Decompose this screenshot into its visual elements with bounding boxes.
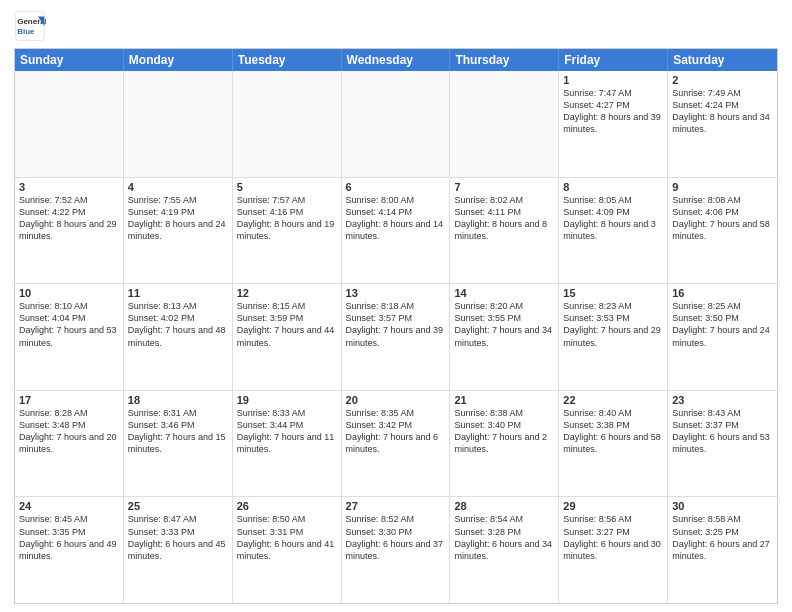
- day-number: 5: [237, 181, 337, 193]
- empty-cell: [233, 71, 342, 177]
- day-info: Sunrise: 8:13 AM Sunset: 4:02 PM Dayligh…: [128, 300, 228, 349]
- day-cell-21: 21Sunrise: 8:38 AM Sunset: 3:40 PM Dayli…: [450, 391, 559, 497]
- day-cell-13: 13Sunrise: 8:18 AM Sunset: 3:57 PM Dayli…: [342, 284, 451, 390]
- day-number: 17: [19, 394, 119, 406]
- day-info: Sunrise: 8:23 AM Sunset: 3:53 PM Dayligh…: [563, 300, 663, 349]
- day-number: 9: [672, 181, 773, 193]
- day-number: 24: [19, 500, 119, 512]
- day-cell-8: 8Sunrise: 8:05 AM Sunset: 4:09 PM Daylig…: [559, 178, 668, 284]
- day-cell-2: 2Sunrise: 7:49 AM Sunset: 4:24 PM Daylig…: [668, 71, 777, 177]
- day-number: 25: [128, 500, 228, 512]
- day-cell-27: 27Sunrise: 8:52 AM Sunset: 3:30 PM Dayli…: [342, 497, 451, 603]
- day-info: Sunrise: 8:00 AM Sunset: 4:14 PM Dayligh…: [346, 194, 446, 243]
- day-cell-9: 9Sunrise: 8:08 AM Sunset: 4:06 PM Daylig…: [668, 178, 777, 284]
- empty-cell: [342, 71, 451, 177]
- day-info: Sunrise: 8:15 AM Sunset: 3:59 PM Dayligh…: [237, 300, 337, 349]
- day-cell-6: 6Sunrise: 8:00 AM Sunset: 4:14 PM Daylig…: [342, 178, 451, 284]
- header-day-tuesday: Tuesday: [233, 49, 342, 71]
- svg-text:Blue: Blue: [17, 27, 35, 36]
- logo-icon: General Blue: [14, 10, 46, 42]
- day-info: Sunrise: 8:20 AM Sunset: 3:55 PM Dayligh…: [454, 300, 554, 349]
- day-cell-18: 18Sunrise: 8:31 AM Sunset: 3:46 PM Dayli…: [124, 391, 233, 497]
- day-number: 7: [454, 181, 554, 193]
- page: General Blue SundayMondayTuesdayWednesda…: [0, 0, 792, 612]
- day-info: Sunrise: 8:02 AM Sunset: 4:11 PM Dayligh…: [454, 194, 554, 243]
- day-number: 8: [563, 181, 663, 193]
- header-day-monday: Monday: [124, 49, 233, 71]
- day-info: Sunrise: 8:54 AM Sunset: 3:28 PM Dayligh…: [454, 513, 554, 562]
- day-info: Sunrise: 8:28 AM Sunset: 3:48 PM Dayligh…: [19, 407, 119, 456]
- day-number: 18: [128, 394, 228, 406]
- day-cell-17: 17Sunrise: 8:28 AM Sunset: 3:48 PM Dayli…: [15, 391, 124, 497]
- day-info: Sunrise: 8:52 AM Sunset: 3:30 PM Dayligh…: [346, 513, 446, 562]
- calendar-row-4: 17Sunrise: 8:28 AM Sunset: 3:48 PM Dayli…: [15, 391, 777, 498]
- day-info: Sunrise: 8:47 AM Sunset: 3:33 PM Dayligh…: [128, 513, 228, 562]
- day-number: 20: [346, 394, 446, 406]
- calendar-row-1: 1Sunrise: 7:47 AM Sunset: 4:27 PM Daylig…: [15, 71, 777, 178]
- day-cell-3: 3Sunrise: 7:52 AM Sunset: 4:22 PM Daylig…: [15, 178, 124, 284]
- day-number: 3: [19, 181, 119, 193]
- day-number: 4: [128, 181, 228, 193]
- day-number: 13: [346, 287, 446, 299]
- day-info: Sunrise: 8:31 AM Sunset: 3:46 PM Dayligh…: [128, 407, 228, 456]
- day-info: Sunrise: 8:08 AM Sunset: 4:06 PM Dayligh…: [672, 194, 773, 243]
- day-number: 27: [346, 500, 446, 512]
- day-cell-11: 11Sunrise: 8:13 AM Sunset: 4:02 PM Dayli…: [124, 284, 233, 390]
- day-info: Sunrise: 8:50 AM Sunset: 3:31 PM Dayligh…: [237, 513, 337, 562]
- day-number: 12: [237, 287, 337, 299]
- day-info: Sunrise: 7:47 AM Sunset: 4:27 PM Dayligh…: [563, 87, 663, 136]
- calendar-row-5: 24Sunrise: 8:45 AM Sunset: 3:35 PM Dayli…: [15, 497, 777, 603]
- day-number: 11: [128, 287, 228, 299]
- day-number: 29: [563, 500, 663, 512]
- day-number: 14: [454, 287, 554, 299]
- day-info: Sunrise: 7:55 AM Sunset: 4:19 PM Dayligh…: [128, 194, 228, 243]
- day-info: Sunrise: 8:10 AM Sunset: 4:04 PM Dayligh…: [19, 300, 119, 349]
- day-cell-29: 29Sunrise: 8:56 AM Sunset: 3:27 PM Dayli…: [559, 497, 668, 603]
- logo: General Blue: [14, 10, 50, 42]
- day-cell-26: 26Sunrise: 8:50 AM Sunset: 3:31 PM Dayli…: [233, 497, 342, 603]
- day-info: Sunrise: 8:43 AM Sunset: 3:37 PM Dayligh…: [672, 407, 773, 456]
- day-info: Sunrise: 8:18 AM Sunset: 3:57 PM Dayligh…: [346, 300, 446, 349]
- day-number: 15: [563, 287, 663, 299]
- day-cell-28: 28Sunrise: 8:54 AM Sunset: 3:28 PM Dayli…: [450, 497, 559, 603]
- calendar: SundayMondayTuesdayWednesdayThursdayFrid…: [14, 48, 778, 604]
- day-number: 10: [19, 287, 119, 299]
- day-number: 16: [672, 287, 773, 299]
- header-day-sunday: Sunday: [15, 49, 124, 71]
- day-number: 28: [454, 500, 554, 512]
- empty-cell: [124, 71, 233, 177]
- day-info: Sunrise: 7:52 AM Sunset: 4:22 PM Dayligh…: [19, 194, 119, 243]
- day-info: Sunrise: 8:56 AM Sunset: 3:27 PM Dayligh…: [563, 513, 663, 562]
- day-number: 6: [346, 181, 446, 193]
- day-info: Sunrise: 7:49 AM Sunset: 4:24 PM Dayligh…: [672, 87, 773, 136]
- day-info: Sunrise: 8:58 AM Sunset: 3:25 PM Dayligh…: [672, 513, 773, 562]
- day-cell-19: 19Sunrise: 8:33 AM Sunset: 3:44 PM Dayli…: [233, 391, 342, 497]
- day-info: Sunrise: 8:45 AM Sunset: 3:35 PM Dayligh…: [19, 513, 119, 562]
- header: General Blue: [14, 10, 778, 42]
- day-number: 26: [237, 500, 337, 512]
- day-cell-30: 30Sunrise: 8:58 AM Sunset: 3:25 PM Dayli…: [668, 497, 777, 603]
- header-day-wednesday: Wednesday: [342, 49, 451, 71]
- day-info: Sunrise: 8:38 AM Sunset: 3:40 PM Dayligh…: [454, 407, 554, 456]
- day-info: Sunrise: 7:57 AM Sunset: 4:16 PM Dayligh…: [237, 194, 337, 243]
- header-day-saturday: Saturday: [668, 49, 777, 71]
- day-cell-4: 4Sunrise: 7:55 AM Sunset: 4:19 PM Daylig…: [124, 178, 233, 284]
- day-number: 30: [672, 500, 773, 512]
- day-cell-15: 15Sunrise: 8:23 AM Sunset: 3:53 PM Dayli…: [559, 284, 668, 390]
- day-info: Sunrise: 8:05 AM Sunset: 4:09 PM Dayligh…: [563, 194, 663, 243]
- calendar-header: SundayMondayTuesdayWednesdayThursdayFrid…: [15, 49, 777, 71]
- calendar-body: 1Sunrise: 7:47 AM Sunset: 4:27 PM Daylig…: [15, 71, 777, 603]
- day-info: Sunrise: 8:35 AM Sunset: 3:42 PM Dayligh…: [346, 407, 446, 456]
- day-cell-7: 7Sunrise: 8:02 AM Sunset: 4:11 PM Daylig…: [450, 178, 559, 284]
- day-cell-16: 16Sunrise: 8:25 AM Sunset: 3:50 PM Dayli…: [668, 284, 777, 390]
- day-cell-22: 22Sunrise: 8:40 AM Sunset: 3:38 PM Dayli…: [559, 391, 668, 497]
- day-cell-5: 5Sunrise: 7:57 AM Sunset: 4:16 PM Daylig…: [233, 178, 342, 284]
- day-number: 1: [563, 74, 663, 86]
- day-info: Sunrise: 8:33 AM Sunset: 3:44 PM Dayligh…: [237, 407, 337, 456]
- header-day-friday: Friday: [559, 49, 668, 71]
- header-day-thursday: Thursday: [450, 49, 559, 71]
- day-cell-23: 23Sunrise: 8:43 AM Sunset: 3:37 PM Dayli…: [668, 391, 777, 497]
- day-number: 2: [672, 74, 773, 86]
- day-cell-24: 24Sunrise: 8:45 AM Sunset: 3:35 PM Dayli…: [15, 497, 124, 603]
- empty-cell: [450, 71, 559, 177]
